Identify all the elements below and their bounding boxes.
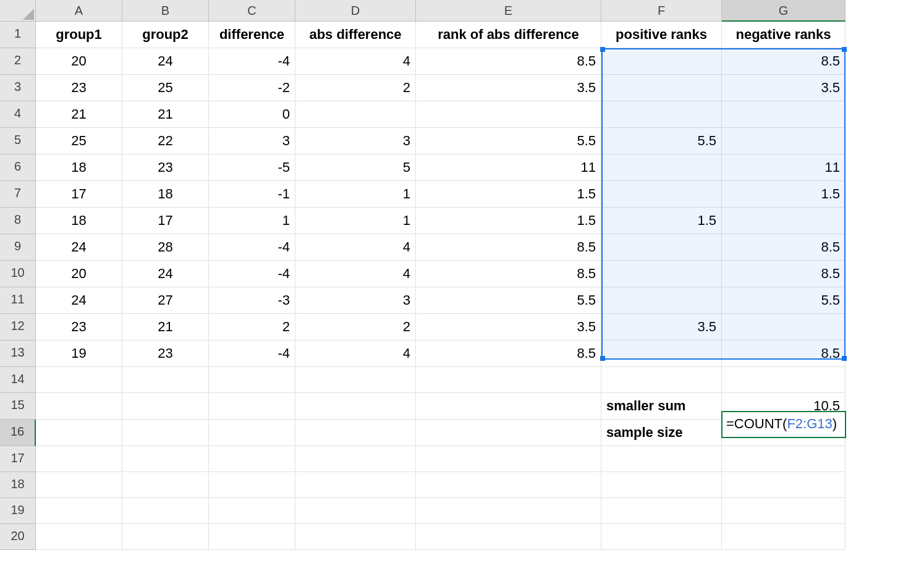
cell-E4[interactable] [416, 101, 601, 128]
cell-E14[interactable] [416, 367, 601, 393]
row-header-19[interactable]: 19 [0, 498, 36, 524]
cell-A11[interactable]: 24 [36, 287, 122, 314]
column-header-D[interactable]: D [295, 0, 416, 22]
cell-B2[interactable]: 24 [122, 48, 209, 75]
cell-B10[interactable]: 24 [122, 261, 209, 287]
row-header-8[interactable]: 8 [0, 208, 36, 234]
cell-F10[interactable] [601, 261, 722, 287]
cell-F6[interactable] [601, 154, 722, 181]
cell-D9[interactable]: 4 [295, 234, 416, 261]
cell-G3[interactable]: 3.5 [722, 75, 846, 101]
cell-C7[interactable]: -1 [209, 181, 295, 208]
cell-A5[interactable]: 25 [36, 128, 122, 154]
cell-B17[interactable] [122, 446, 209, 472]
cell-C18[interactable] [209, 472, 295, 498]
cell-F4[interactable] [601, 101, 722, 128]
cell-A16[interactable] [36, 420, 122, 446]
cell-B4[interactable]: 21 [122, 101, 209, 128]
cell-G18[interactable] [722, 472, 846, 498]
cell-E5[interactable]: 5.5 [416, 128, 601, 154]
row-header-15[interactable]: 15 [0, 393, 36, 420]
cell-B18[interactable] [122, 472, 209, 498]
cell-D13[interactable]: 4 [295, 340, 416, 367]
cell-G14[interactable] [722, 367, 846, 393]
column-header-F[interactable]: F [601, 0, 722, 22]
cell-G13[interactable]: 8.5 [722, 340, 846, 367]
cell-D17[interactable] [295, 446, 416, 472]
cell-B11[interactable]: 27 [122, 287, 209, 314]
row-header-14[interactable]: 14 [0, 367, 36, 393]
cell-F9[interactable] [601, 234, 722, 261]
cell-D3[interactable]: 2 [295, 75, 416, 101]
select-all-corner[interactable] [0, 0, 36, 22]
cell-C19[interactable] [209, 498, 295, 524]
cell-F5[interactable]: 5.5 [601, 128, 722, 154]
row-header-4[interactable]: 4 [0, 101, 36, 128]
row-header-12[interactable]: 12 [0, 314, 36, 340]
cell-G2[interactable]: 8.5 [722, 48, 846, 75]
cell-D8[interactable]: 1 [295, 208, 416, 234]
cell-G1[interactable]: negative ranks [722, 22, 846, 48]
cell-E19[interactable] [416, 498, 601, 524]
row-header-1[interactable]: 1 [0, 22, 36, 48]
cell-A9[interactable]: 24 [36, 234, 122, 261]
cell-F17[interactable] [601, 446, 722, 472]
cell-F14[interactable] [601, 367, 722, 393]
cell-G7[interactable]: 1.5 [722, 181, 846, 208]
cell-F12[interactable]: 3.5 [601, 314, 722, 340]
cell-E12[interactable]: 3.5 [416, 314, 601, 340]
row-header-10[interactable]: 10 [0, 261, 36, 287]
cell-E20[interactable] [416, 524, 601, 550]
column-header-E[interactable]: E [416, 0, 601, 22]
row-header-13[interactable]: 13 [0, 340, 36, 367]
cell-B16[interactable] [122, 420, 209, 446]
cell-B5[interactable]: 22 [122, 128, 209, 154]
cell-E1[interactable]: rank of abs difference [416, 22, 601, 48]
cell-E9[interactable]: 8.5 [416, 234, 601, 261]
column-header-G[interactable]: G [722, 0, 846, 22]
row-header-11[interactable]: 11 [0, 287, 36, 314]
cell-E11[interactable]: 5.5 [416, 287, 601, 314]
cell-D1[interactable]: abs difference [295, 22, 416, 48]
cell-D18[interactable] [295, 472, 416, 498]
cell-B6[interactable]: 23 [122, 154, 209, 181]
cell-F11[interactable] [601, 287, 722, 314]
cell-E6[interactable]: 11 [416, 154, 601, 181]
cell-B9[interactable]: 28 [122, 234, 209, 261]
cell-F16[interactable]: sample size [601, 420, 722, 446]
cell-G20[interactable] [722, 524, 846, 550]
cell-F8[interactable]: 1.5 [601, 208, 722, 234]
cell-F1[interactable]: positive ranks [601, 22, 722, 48]
row-header-7[interactable]: 7 [0, 181, 36, 208]
cell-D2[interactable]: 4 [295, 48, 416, 75]
cell-A12[interactable]: 23 [36, 314, 122, 340]
cell-C5[interactable]: 3 [209, 128, 295, 154]
row-header-9[interactable]: 9 [0, 234, 36, 261]
cell-G11[interactable]: 5.5 [722, 287, 846, 314]
cell-A18[interactable] [36, 472, 122, 498]
cell-A2[interactable]: 20 [36, 48, 122, 75]
cell-C11[interactable]: -3 [209, 287, 295, 314]
cell-D10[interactable]: 4 [295, 261, 416, 287]
cell-E13[interactable]: 8.5 [416, 340, 601, 367]
cell-C3[interactable]: -2 [209, 75, 295, 101]
cell-B20[interactable] [122, 524, 209, 550]
cell-D15[interactable] [295, 393, 416, 420]
cell-B19[interactable] [122, 498, 209, 524]
cell-B7[interactable]: 18 [122, 181, 209, 208]
cell-C9[interactable]: -4 [209, 234, 295, 261]
cell-E10[interactable]: 8.5 [416, 261, 601, 287]
cell-D12[interactable]: 2 [295, 314, 416, 340]
cell-G19[interactable] [722, 498, 846, 524]
cell-D5[interactable]: 3 [295, 128, 416, 154]
cell-D16[interactable] [295, 420, 416, 446]
cell-A17[interactable] [36, 446, 122, 472]
cell-A13[interactable]: 19 [36, 340, 122, 367]
cell-G16[interactable] [722, 420, 846, 446]
row-header-6[interactable]: 6 [0, 154, 36, 181]
cell-C13[interactable]: -4 [209, 340, 295, 367]
cell-E18[interactable] [416, 472, 601, 498]
row-header-5[interactable]: 5 [0, 128, 36, 154]
cell-A14[interactable] [36, 367, 122, 393]
cell-B3[interactable]: 25 [122, 75, 209, 101]
